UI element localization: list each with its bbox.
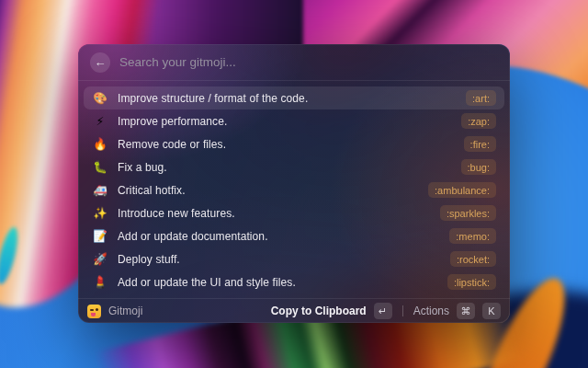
gitmoji-emoji-icon: 🎨 [92,91,108,105]
search-input[interactable] [119,55,498,69]
gitmoji-code-badge: :rocket: [450,251,496,267]
gitmoji-description: Add or update documentation. [118,230,268,243]
gitmoji-list-item[interactable]: 🐛 Fix a bug. :bug: [84,155,504,178]
gitmoji-code-badge: :memo: [449,228,496,244]
gitmoji-code-badge: :bug: [461,159,496,175]
gitmoji-app-icon [87,305,101,318]
actions-menu-button[interactable]: Actions [413,305,449,317]
gitmoji-code-badge: :fire: [464,136,496,152]
gitmoji-list: 🎨 Improve structure / format of the code… [78,81,510,298]
back-button[interactable]: ← [90,52,110,73]
gitmoji-description: Deploy stuff. [118,253,180,266]
gitmoji-description: Improve performance. [118,115,227,128]
gitmoji-emoji-icon: ⚡ [92,114,108,128]
gitmoji-list-item[interactable]: 🚀 Deploy stuff. :rocket: [84,247,504,270]
gitmoji-list-item[interactable]: 🚑 Critical hotfix. :ambulance: [84,178,504,201]
gitmoji-code-badge: :sparkles: [440,205,496,221]
desktop: ← 🎨 Improve structure / format of the co… [0,0,588,368]
footer-divider [402,305,403,316]
gitmoji-emoji-icon: 🐛 [92,160,108,174]
gitmoji-description: Critical hotfix. [118,184,186,197]
gitmoji-list-item[interactable]: 🔥 Remove code or files. :fire: [84,132,504,155]
gitmoji-emoji-icon: 💄 [92,275,108,289]
gitmoji-code-badge: :lipstick: [447,274,496,290]
gitmoji-code-badge: :art: [466,90,496,106]
gitmoji-emoji-icon: 🚀 [92,252,108,266]
gitmoji-description: Remove code or files. [118,138,226,151]
gitmoji-code-badge: :ambulance: [428,182,496,198]
gitmoji-emoji-icon: 🔥 [92,137,108,151]
gitmoji-code-badge: :zap: [461,113,496,129]
enter-key-badge[interactable]: ↵ [374,303,392,319]
gitmoji-description: Add or update the UI and style files. [118,276,296,289]
app-name-label: Gitmoji [108,305,142,317]
gitmoji-emoji-icon: 📝 [92,229,108,243]
search-bar: ← [78,44,510,81]
gitmoji-description: Introduce new features. [118,207,235,220]
cmd-key-badge[interactable]: ⌘ [457,303,475,319]
back-arrow-icon: ← [95,56,107,68]
gitmoji-list-item[interactable]: ✨ Introduce new features. :sparkles: [84,201,504,224]
gitmoji-emoji-icon: 🚑 [92,183,108,197]
k-key-badge[interactable]: K [482,303,501,319]
gitmoji-list-item[interactable]: 📝 Add or update documentation. :memo: [84,224,504,247]
footer-bar: Gitmoji Copy to Clipboard ↵ Actions ⌘ K [78,298,510,323]
gitmoji-description: Fix a bug. [118,161,167,174]
gitmoji-list-item[interactable]: 💄 Add or update the UI and style files. … [84,270,504,293]
gitmoji-list-item[interactable]: 🎨 Improve structure / format of the code… [84,86,504,109]
copy-to-clipboard-action[interactable]: Copy to Clipboard [271,305,367,317]
gitmoji-list-item[interactable]: ⚡ Improve performance. :zap: [84,109,504,132]
gitmoji-emoji-icon: ✨ [92,206,108,220]
launcher-window: ← 🎨 Improve structure / format of the co… [78,44,510,323]
gitmoji-description: Improve structure / format of the code. [118,92,308,105]
